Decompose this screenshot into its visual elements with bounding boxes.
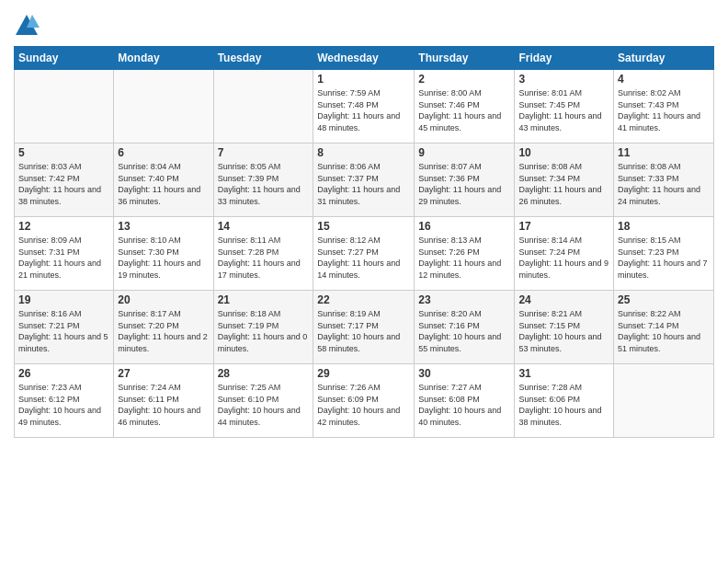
day-number: 9 xyxy=(418,146,510,159)
day-info: Sunrise: 8:05 AM Sunset: 7:39 PM Dayligh… xyxy=(218,161,310,207)
day-info: Sunrise: 8:01 AM Sunset: 7:45 PM Dayligh… xyxy=(518,87,609,133)
week-row-2: 5Sunrise: 8:03 AM Sunset: 7:42 PM Daylig… xyxy=(15,144,714,217)
day-number: 11 xyxy=(618,146,710,159)
calendar-cell: 17Sunrise: 8:14 AM Sunset: 7:24 PM Dayli… xyxy=(515,217,614,291)
day-number: 23 xyxy=(418,293,510,306)
day-info: Sunrise: 8:22 AM Sunset: 7:14 PM Dayligh… xyxy=(618,308,710,354)
day-number: 30 xyxy=(418,367,510,380)
day-info: Sunrise: 7:26 AM Sunset: 6:09 PM Dayligh… xyxy=(317,382,410,428)
calendar-cell: 10Sunrise: 8:08 AM Sunset: 7:34 PM Dayli… xyxy=(515,144,614,217)
calendar-header: SundayMondayTuesdayWednesdayThursdayFrid… xyxy=(15,47,714,70)
day-info: Sunrise: 8:04 AM Sunset: 7:40 PM Dayligh… xyxy=(118,161,209,207)
day-info: Sunrise: 8:15 AM Sunset: 7:23 PM Dayligh… xyxy=(618,235,710,281)
day-info: Sunrise: 7:25 AM Sunset: 6:10 PM Dayligh… xyxy=(218,382,310,428)
day-number: 10 xyxy=(518,146,609,159)
calendar-cell: 23Sunrise: 8:20 AM Sunset: 7:16 PM Dayli… xyxy=(415,291,515,364)
calendar-table: SundayMondayTuesdayWednesdayThursdayFrid… xyxy=(14,46,714,438)
day-info: Sunrise: 8:13 AM Sunset: 7:26 PM Dayligh… xyxy=(418,235,510,281)
day-number: 13 xyxy=(118,220,209,233)
day-number: 27 xyxy=(118,367,209,380)
header-row: SundayMondayTuesdayWednesdayThursdayFrid… xyxy=(15,47,714,70)
day-info: Sunrise: 7:27 AM Sunset: 6:08 PM Dayligh… xyxy=(418,382,510,428)
day-number: 3 xyxy=(518,73,609,86)
day-number: 15 xyxy=(317,220,410,233)
day-info: Sunrise: 7:59 AM Sunset: 7:48 PM Dayligh… xyxy=(317,87,410,133)
calendar-cell: 29Sunrise: 7:26 AM Sunset: 6:09 PM Dayli… xyxy=(313,364,415,438)
day-info: Sunrise: 8:07 AM Sunset: 7:36 PM Dayligh… xyxy=(418,161,510,207)
week-row-1: 1Sunrise: 7:59 AM Sunset: 7:48 PM Daylig… xyxy=(15,70,714,144)
calendar-cell: 5Sunrise: 8:03 AM Sunset: 7:42 PM Daylig… xyxy=(15,144,114,217)
day-number: 17 xyxy=(518,220,609,233)
calendar-cell: 21Sunrise: 8:18 AM Sunset: 7:19 PM Dayli… xyxy=(213,291,313,364)
day-info: Sunrise: 7:28 AM Sunset: 6:06 PM Dayligh… xyxy=(518,382,609,428)
calendar-cell: 2Sunrise: 8:00 AM Sunset: 7:46 PM Daylig… xyxy=(415,70,515,144)
day-info: Sunrise: 8:08 AM Sunset: 7:34 PM Dayligh… xyxy=(518,161,609,207)
day-number: 8 xyxy=(317,146,410,159)
page: SundayMondayTuesdayWednesdayThursdayFrid… xyxy=(0,0,728,563)
day-number: 5 xyxy=(18,146,109,159)
day-info: Sunrise: 8:06 AM Sunset: 7:37 PM Dayligh… xyxy=(317,161,410,207)
day-info: Sunrise: 8:17 AM Sunset: 7:20 PM Dayligh… xyxy=(118,308,209,354)
calendar-cell: 11Sunrise: 8:08 AM Sunset: 7:33 PM Dayli… xyxy=(614,144,714,217)
day-number: 12 xyxy=(18,220,109,233)
logo xyxy=(14,13,43,39)
calendar-cell: 27Sunrise: 7:24 AM Sunset: 6:11 PM Dayli… xyxy=(114,364,213,438)
calendar-cell xyxy=(614,364,714,438)
calendar-cell: 8Sunrise: 8:06 AM Sunset: 7:37 PM Daylig… xyxy=(313,144,415,217)
calendar-cell: 22Sunrise: 8:19 AM Sunset: 7:17 PM Dayli… xyxy=(313,291,415,364)
calendar-cell: 4Sunrise: 8:02 AM Sunset: 7:43 PM Daylig… xyxy=(614,70,714,144)
day-number: 26 xyxy=(18,367,109,380)
day-number: 22 xyxy=(317,293,410,306)
calendar-cell: 26Sunrise: 7:23 AM Sunset: 6:12 PM Dayli… xyxy=(15,364,114,438)
day-info: Sunrise: 8:11 AM Sunset: 7:28 PM Dayligh… xyxy=(218,235,310,281)
calendar-cell: 1Sunrise: 7:59 AM Sunset: 7:48 PM Daylig… xyxy=(313,70,415,144)
day-header-thursday: Thursday xyxy=(415,47,515,70)
calendar-cell xyxy=(15,70,114,144)
calendar-cell: 3Sunrise: 8:01 AM Sunset: 7:45 PM Daylig… xyxy=(515,70,614,144)
day-info: Sunrise: 8:18 AM Sunset: 7:19 PM Dayligh… xyxy=(218,308,310,354)
header xyxy=(14,9,714,39)
logo-icon xyxy=(14,13,40,39)
day-info: Sunrise: 8:08 AM Sunset: 7:33 PM Dayligh… xyxy=(618,161,710,207)
day-number: 20 xyxy=(118,293,209,306)
calendar-cell: 13Sunrise: 8:10 AM Sunset: 7:30 PM Dayli… xyxy=(114,217,213,291)
week-row-3: 12Sunrise: 8:09 AM Sunset: 7:31 PM Dayli… xyxy=(15,217,714,291)
day-info: Sunrise: 8:16 AM Sunset: 7:21 PM Dayligh… xyxy=(18,308,109,354)
day-header-friday: Friday xyxy=(515,47,614,70)
calendar-cell: 24Sunrise: 8:21 AM Sunset: 7:15 PM Dayli… xyxy=(515,291,614,364)
day-info: Sunrise: 8:09 AM Sunset: 7:31 PM Dayligh… xyxy=(18,235,109,281)
day-number: 19 xyxy=(18,293,109,306)
calendar-cell xyxy=(114,70,213,144)
day-number: 4 xyxy=(618,73,710,86)
day-number: 2 xyxy=(418,73,510,86)
week-row-4: 19Sunrise: 8:16 AM Sunset: 7:21 PM Dayli… xyxy=(15,291,714,364)
day-info: Sunrise: 8:20 AM Sunset: 7:16 PM Dayligh… xyxy=(418,308,510,354)
day-info: Sunrise: 7:23 AM Sunset: 6:12 PM Dayligh… xyxy=(18,382,109,428)
calendar-cell: 9Sunrise: 8:07 AM Sunset: 7:36 PM Daylig… xyxy=(415,144,515,217)
calendar-cell xyxy=(213,70,313,144)
day-info: Sunrise: 8:00 AM Sunset: 7:46 PM Dayligh… xyxy=(418,87,510,133)
calendar-cell: 12Sunrise: 8:09 AM Sunset: 7:31 PM Dayli… xyxy=(15,217,114,291)
day-number: 29 xyxy=(317,367,410,380)
day-number: 16 xyxy=(418,220,510,233)
day-header-tuesday: Tuesday xyxy=(213,47,313,70)
day-header-wednesday: Wednesday xyxy=(313,47,415,70)
calendar-cell: 18Sunrise: 8:15 AM Sunset: 7:23 PM Dayli… xyxy=(614,217,714,291)
calendar-cell: 25Sunrise: 8:22 AM Sunset: 7:14 PM Dayli… xyxy=(614,291,714,364)
day-header-monday: Monday xyxy=(114,47,213,70)
day-number: 14 xyxy=(218,220,310,233)
day-number: 6 xyxy=(118,146,209,159)
day-number: 31 xyxy=(518,367,609,380)
calendar-cell: 31Sunrise: 7:28 AM Sunset: 6:06 PM Dayli… xyxy=(515,364,614,438)
calendar-cell: 28Sunrise: 7:25 AM Sunset: 6:10 PM Dayli… xyxy=(213,364,313,438)
day-number: 18 xyxy=(618,220,710,233)
day-info: Sunrise: 7:24 AM Sunset: 6:11 PM Dayligh… xyxy=(118,382,209,428)
day-number: 28 xyxy=(218,367,310,380)
calendar-cell: 6Sunrise: 8:04 AM Sunset: 7:40 PM Daylig… xyxy=(114,144,213,217)
day-info: Sunrise: 8:03 AM Sunset: 7:42 PM Dayligh… xyxy=(18,161,109,207)
day-number: 24 xyxy=(518,293,609,306)
day-info: Sunrise: 8:10 AM Sunset: 7:30 PM Dayligh… xyxy=(118,235,209,281)
calendar-cell: 30Sunrise: 7:27 AM Sunset: 6:08 PM Dayli… xyxy=(415,364,515,438)
calendar-body: 1Sunrise: 7:59 AM Sunset: 7:48 PM Daylig… xyxy=(15,70,714,438)
day-number: 25 xyxy=(618,293,710,306)
